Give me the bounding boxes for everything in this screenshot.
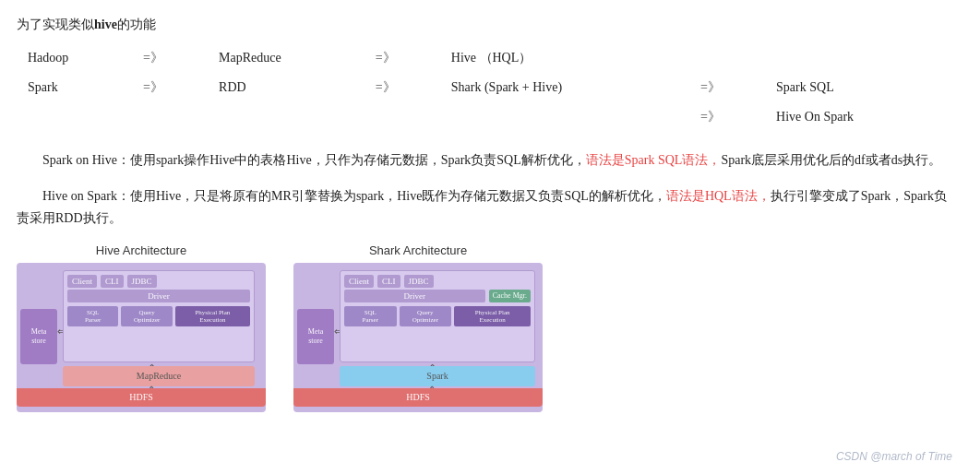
jdbc-chip: JDBC [127, 275, 157, 288]
shark-hdfs-bar: HDFS [293, 388, 543, 407]
physical-plan: Physical PlanExecution [175, 306, 250, 327]
hive-bold: hive [94, 18, 117, 31]
shark-query-optimizer: QueryOptimizer [400, 306, 452, 327]
spark-label: Spark [18, 74, 132, 101]
hive-inner-box: Client CLI JDBC Driver SQLParser QueryOp… [63, 270, 255, 362]
hdfs-bar: HDFS [17, 388, 266, 407]
table-row: =》 Hive On Spark [18, 103, 950, 131]
shark-label: Shark (Spark + Hive) [442, 74, 689, 101]
hive-arch-diagram: Metastore ⇔ Client CLI JDBC Driver SQLPa… [17, 263, 266, 412]
shark-sql-parser: SQLParser [344, 306, 397, 327]
hive-arch-title: Hive Architecture [96, 243, 186, 257]
para1-before: Spark on Hive：使用spark操作Hive中的表格Hive，只作为存… [42, 153, 586, 167]
shark-arch-diagram: Metastore ⇔ Client CLI JDBC Driver Cache… [293, 263, 543, 412]
rdd-label: RDD [209, 74, 365, 101]
table-row: Hadoop =》 MapReduce =》 Hive （HQL） [18, 44, 950, 72]
shark-meta-store: Metastore [297, 309, 334, 364]
driver-label: Driver [67, 290, 250, 302]
cache-mgr: Cache Mgr. [489, 290, 531, 302]
para1-red: 语法是Spark SQL语法， [586, 153, 722, 167]
comparison-table: Hadoop =》 MapReduce =》 Hive （HQL） Spark … [17, 42, 952, 133]
shark-jdbc-chip: JDBC [404, 275, 434, 288]
para2-before: Hive on Spark：使用Hive，只是将原有的MR引擎替换为spark，… [42, 189, 666, 203]
client-chip: Client [67, 275, 97, 288]
arrow1: =》 [134, 74, 208, 101]
spark-sql-label: Spark SQL [767, 74, 950, 101]
arrow3: =》 [691, 74, 765, 101]
para1-after: Spark底层采用优化后的df或者ds执行。 [721, 153, 941, 167]
hive-architecture-block: Hive Architecture Metastore ⇔ Client CLI… [17, 243, 266, 412]
para-hive-on-spark: Hive on Spark：使用Hive，只是将原有的MR引擎替换为spark，… [17, 185, 952, 231]
table-row: Spark =》 RDD =》 Shark (Spark + Hive) =》 … [18, 74, 950, 101]
shark-inner-box: Client CLI JDBC Driver Cache Mgr. SQLPar… [340, 270, 535, 362]
shark-driver: Driver [344, 290, 485, 302]
cli-chip: CLI [101, 275, 124, 288]
arrow1: =》 [134, 44, 208, 72]
watermark: CSDN @march of Time [836, 450, 952, 463]
intro-line: 为了实现类似hive的功能 [17, 17, 952, 33]
para2-red: 语法是HQL语法， [666, 189, 771, 203]
para-spark-on-hive: Spark on Hive：使用spark操作Hive中的表格Hive，只作为存… [17, 149, 952, 172]
query-optimizer: QueryOptimizer [121, 306, 172, 327]
diagrams-row: Hive Architecture Metastore ⇔ Client CLI… [17, 243, 952, 412]
hadoop-label: Hadoop [18, 44, 132, 72]
mapreduce-bar: MapReduce [63, 366, 255, 386]
shark-arch-title: Shark Architecture [369, 243, 467, 257]
arrow4: =》 [691, 103, 765, 131]
shark-physical-plan: Physical PlanExecution [454, 306, 531, 327]
shark-architecture-block: Shark Architecture Metastore ⇔ Client CL… [293, 243, 543, 412]
shark-client-chip: Client [344, 275, 374, 288]
shark-cli-chip: CLI [377, 275, 400, 288]
sql-parser: SQLParser [67, 306, 118, 327]
hive-hql-label: Hive （HQL） [442, 44, 689, 72]
arrow2: =》 [366, 44, 440, 72]
spark-bar: Spark [340, 366, 535, 386]
arrow2: =》 [366, 74, 440, 101]
hive-meta-store: Metastore [20, 309, 57, 364]
hive-on-spark-label: Hive On Spark [767, 103, 950, 131]
mapreduce-label: MapReduce [209, 44, 365, 72]
